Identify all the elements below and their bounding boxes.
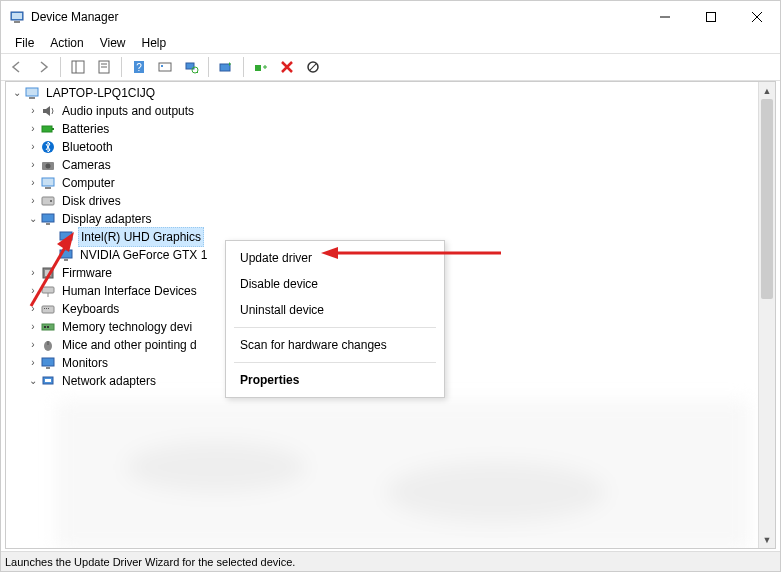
tree-item-bluetooth[interactable]: › Bluetooth [6, 138, 775, 156]
titlebar: Device Manager [1, 1, 780, 33]
enable-device-button[interactable] [249, 55, 273, 79]
computer-icon [24, 85, 40, 101]
close-button[interactable] [734, 1, 780, 33]
collapse-icon[interactable]: ⌄ [10, 84, 24, 102]
toolbar-separator [243, 57, 244, 77]
tree-item-disk[interactable]: › Disk drives [6, 192, 775, 210]
svg-rect-36 [64, 241, 68, 243]
network-icon [40, 373, 56, 389]
svg-rect-22 [26, 88, 38, 96]
vertical-scrollbar[interactable]: ▲ ▼ [758, 82, 775, 548]
expand-icon[interactable]: › [26, 192, 40, 210]
blurred-content [126, 442, 306, 492]
expand-icon[interactable]: › [26, 264, 40, 282]
help-button[interactable]: ? [127, 55, 151, 79]
expand-icon[interactable]: › [26, 300, 40, 318]
svg-rect-48 [44, 326, 46, 328]
scan-hardware-button[interactable] [179, 55, 203, 79]
back-button[interactable] [5, 55, 29, 79]
disk-icon [40, 193, 56, 209]
svg-rect-55 [45, 379, 51, 382]
menu-file[interactable]: File [7, 34, 42, 52]
window-title: Device Manager [31, 10, 642, 24]
context-uninstall-device[interactable]: Uninstall device [226, 297, 444, 323]
svg-rect-44 [44, 308, 45, 309]
expand-icon[interactable]: › [26, 174, 40, 192]
toolbar: ? [1, 53, 780, 81]
bluetooth-icon [40, 139, 56, 155]
hid-icon [40, 283, 56, 299]
tree-item-display[interactable]: ⌄ Display adapters [6, 210, 775, 228]
svg-rect-1 [14, 21, 20, 23]
svg-rect-38 [64, 259, 68, 261]
svg-rect-33 [42, 214, 54, 222]
display-adapter-icon [58, 247, 74, 263]
svg-rect-20 [255, 65, 261, 71]
disable-device-button[interactable] [301, 55, 325, 79]
expand-icon[interactable]: › [26, 120, 40, 138]
properties-button[interactable] [92, 55, 116, 79]
svg-rect-41 [42, 287, 54, 293]
expand-icon[interactable]: › [26, 102, 40, 120]
maximize-button[interactable] [688, 1, 734, 33]
svg-rect-53 [46, 367, 50, 369]
svg-rect-15 [161, 65, 163, 67]
expand-icon[interactable]: › [26, 282, 40, 300]
context-disable-device[interactable]: Disable device [226, 271, 444, 297]
tree-item-audio[interactable]: › Audio inputs and outputs [6, 102, 775, 120]
expand-icon[interactable]: › [26, 138, 40, 156]
svg-text:?: ? [136, 62, 142, 73]
blurred-content [386, 462, 606, 522]
statusbar: Launches the Update Driver Wizard for th… [1, 551, 780, 571]
minimize-button[interactable] [642, 1, 688, 33]
svg-rect-19 [220, 64, 230, 71]
scroll-thumb[interactable] [761, 99, 773, 299]
window-controls [642, 1, 780, 33]
context-update-driver[interactable]: Update driver [226, 245, 444, 271]
collapse-icon[interactable]: ⌄ [26, 372, 40, 390]
show-hide-tree-button[interactable] [66, 55, 90, 79]
svg-rect-35 [60, 232, 72, 240]
svg-rect-52 [42, 358, 54, 366]
svg-point-32 [50, 200, 52, 202]
scroll-down-button[interactable]: ▼ [759, 531, 775, 548]
tree-item-cameras[interactable]: › Cameras [6, 156, 775, 174]
keyboard-icon [40, 301, 56, 317]
toolbar-separator [60, 57, 61, 77]
expand-icon[interactable]: › [26, 354, 40, 372]
svg-line-18 [197, 72, 198, 73]
expand-icon[interactable]: › [26, 156, 40, 174]
action-button[interactable] [153, 55, 177, 79]
camera-icon [40, 157, 56, 173]
expand-icon[interactable]: › [26, 336, 40, 354]
scroll-up-button[interactable]: ▲ [759, 82, 775, 99]
context-separator [234, 327, 436, 328]
tree-item-computer[interactable]: › Computer [6, 174, 775, 192]
uninstall-device-button[interactable] [275, 55, 299, 79]
forward-button[interactable] [31, 55, 55, 79]
update-driver-button[interactable] [214, 55, 238, 79]
context-menu: Update driver Disable device Uninstall d… [225, 240, 445, 398]
tree-item-batteries[interactable]: › Batteries [6, 120, 775, 138]
device-manager-icon [9, 9, 25, 25]
menu-help[interactable]: Help [134, 34, 175, 52]
expand-icon[interactable]: › [26, 318, 40, 336]
menu-view[interactable]: View [92, 34, 134, 52]
collapse-icon[interactable]: ⌄ [26, 210, 40, 228]
svg-rect-29 [42, 178, 54, 186]
tree-root[interactable]: ⌄ LAPTOP-LPQ1CIJQ [6, 84, 775, 102]
audio-icon [40, 103, 56, 119]
battery-icon [40, 121, 56, 137]
svg-rect-45 [46, 308, 47, 309]
context-properties[interactable]: Properties [226, 367, 444, 393]
context-separator [234, 362, 436, 363]
menu-action[interactable]: Action [42, 34, 91, 52]
mouse-icon [40, 337, 56, 353]
svg-rect-2 [12, 13, 22, 19]
svg-rect-30 [45, 187, 51, 189]
svg-rect-46 [48, 308, 49, 309]
context-scan-hardware[interactable]: Scan for hardware changes [226, 332, 444, 358]
svg-rect-40 [45, 270, 51, 276]
svg-rect-24 [42, 126, 52, 132]
svg-rect-31 [42, 197, 54, 205]
